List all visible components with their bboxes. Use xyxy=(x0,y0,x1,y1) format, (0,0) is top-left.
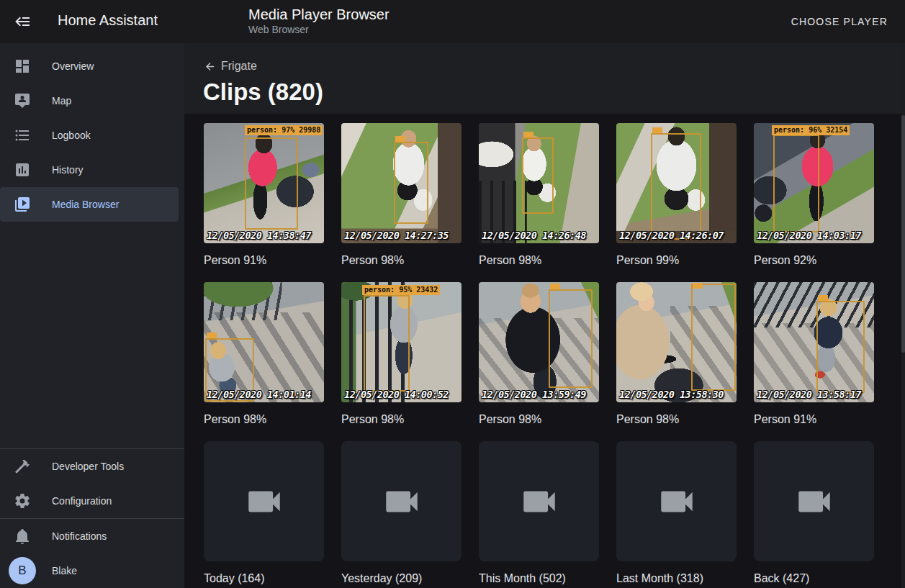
clip-timestamp: 12/05/2020 14:00:52 xyxy=(344,389,449,400)
clip-thumbnail: 12/05/2020 13:58:30 xyxy=(616,282,737,402)
sidebar-item-notifications[interactable]: Notifications xyxy=(0,519,184,553)
sidebar-item-label: Logbook xyxy=(52,130,91,141)
clip-card[interactable]: 12/05/2020 14:26:48 Person 98% xyxy=(479,123,599,268)
clip-caption: Person 91% xyxy=(754,412,874,427)
folder-caption: Back (427) xyxy=(754,571,874,586)
sidebar-item-media-browser[interactable]: Media Browser xyxy=(0,187,179,222)
clip-caption: Person 98% xyxy=(341,412,461,427)
folder-thumbnail xyxy=(204,441,324,561)
clip-card[interactable]: person: 97% 29988 12/05/2020 14:38:47 Pe… xyxy=(204,123,324,268)
clip-thumbnail: person: 96% 32154 12/05/2020 14:03:17 xyxy=(754,123,874,243)
sidebar-item-logbook[interactable]: Logbook xyxy=(0,118,184,153)
sidebar-spacer xyxy=(0,222,184,448)
detection-label xyxy=(207,333,217,338)
sidebar-item-label: Overview xyxy=(52,60,94,72)
clip-timestamp: 12/05/2020 13:58:17 xyxy=(757,389,861,400)
arrow-left-icon xyxy=(204,60,216,73)
folder-thumbnail xyxy=(616,441,737,561)
folder-card-this-month[interactable]: This Month (502) xyxy=(479,441,599,586)
folder-card-back[interactable]: Back (427) xyxy=(754,441,874,586)
detection-label xyxy=(818,295,828,301)
clip-timestamp: 12/05/2020 13:58:30 xyxy=(619,389,724,400)
folder-thumbnail xyxy=(341,441,461,561)
sidebar-item-map[interactable]: Map xyxy=(0,83,184,118)
breadcrumb-back[interactable]: Frigate xyxy=(204,60,257,73)
detection-bounding-box xyxy=(394,142,428,224)
clip-thumbnail: 12/05/2020 13:59:49 xyxy=(479,282,599,402)
sidebar-item-configuration[interactable]: Configuration xyxy=(0,484,184,518)
breadcrumb-label: Frigate xyxy=(221,60,257,73)
chart-box-icon xyxy=(14,161,31,178)
dashboard-icon xyxy=(14,58,31,75)
detection-label xyxy=(693,283,703,289)
clip-card[interactable]: 12/05/2020 13:58:17 Person 91% xyxy=(754,282,874,427)
video-camera-icon xyxy=(243,481,285,523)
gear-icon xyxy=(14,492,31,510)
play-box-multiple-icon xyxy=(14,196,31,213)
detection-bounding-box xyxy=(691,284,736,391)
folder-card-today[interactable]: Today (164) xyxy=(204,441,324,586)
detection-bounding-box xyxy=(549,289,593,388)
clip-caption: Person 98% xyxy=(616,412,737,427)
clip-card[interactable]: 12/05/2020 14:27:35 Person 98% xyxy=(341,123,461,268)
clip-timestamp: 12/05/2020 14:38:47 xyxy=(207,230,311,241)
sidebar-item-developer-tools[interactable]: Developer Tools xyxy=(0,449,184,484)
app-title: Home Assistant xyxy=(58,12,158,29)
detection-bounding-box xyxy=(522,137,554,214)
clip-thumbnail: 12/05/2020 14:27:35 xyxy=(341,123,461,243)
page-title: Media Player Browser xyxy=(248,6,390,23)
clip-card[interactable]: person: 96% 32154 12/05/2020 14:03:17 Pe… xyxy=(754,123,874,268)
list-bulleted-icon xyxy=(14,127,31,144)
clip-card[interactable]: 12/05/2020 13:58:30 Person 98% xyxy=(616,282,737,427)
sidebar-item-history[interactable]: History xyxy=(0,153,184,187)
sidebar-item-label: Configuration xyxy=(52,495,112,507)
video-camera-icon xyxy=(381,481,423,523)
folder-card-yesterday[interactable]: Yesterday (209) xyxy=(341,441,461,586)
hammer-icon xyxy=(14,458,31,475)
clip-thumbnail: 12/05/2020 14:26:48 xyxy=(479,123,599,243)
clip-card[interactable]: 12/05/2020 13:59:49 Person 98% xyxy=(479,282,599,427)
media-grid: person: 97% 29988 12/05/2020 14:38:47 Pe… xyxy=(204,123,874,586)
video-camera-icon xyxy=(656,481,698,523)
video-camera-icon xyxy=(793,481,835,523)
menu-open-icon[interactable] xyxy=(14,13,32,30)
clip-card[interactable]: 12/05/2020 14:26:07 Person 99% xyxy=(616,123,737,268)
detection-bounding-box xyxy=(816,301,865,393)
detection-label: person: 97% 29988 xyxy=(245,125,323,135)
choose-player-button[interactable]: CHOOSE PLAYER xyxy=(785,0,893,43)
user-name: Blake xyxy=(52,565,77,576)
sidebar-item-overview[interactable]: Overview xyxy=(0,49,184,83)
clip-card[interactable]: person: 95% 23432 12/05/2020 14:00:52 Pe… xyxy=(341,282,461,427)
sidebar-item-label: Developer Tools xyxy=(52,461,124,472)
detection-bounding-box xyxy=(651,133,701,240)
video-camera-icon xyxy=(518,481,560,523)
sidebar-item-profile[interactable]: B Blake xyxy=(0,553,184,588)
folder-card-last-month[interactable]: Last Month (318) xyxy=(616,441,737,586)
clip-thumbnail: person: 95% 23432 12/05/2020 14:00:52 xyxy=(341,282,461,402)
sidebar: Overview Map Logbook History Media Brows… xyxy=(0,43,184,588)
detection-bounding-box xyxy=(245,137,298,230)
page-subtitle: Web Browser xyxy=(248,24,309,35)
folder-caption: Today (164) xyxy=(204,571,324,586)
avatar: B xyxy=(9,557,36,584)
folder-caption: Yesterday (209) xyxy=(341,571,461,586)
clip-caption: Person 92% xyxy=(754,253,874,268)
clip-caption: Person 98% xyxy=(479,412,599,427)
clip-thumbnail: 12/05/2020 14:01:14 xyxy=(204,282,324,402)
home-assistant-app: Home Assistant Media Player Browser Web … xyxy=(0,0,905,588)
folder-caption: Last Month (318) xyxy=(616,571,737,586)
clip-timestamp: 12/05/2020 14:01:14 xyxy=(207,389,311,400)
bell-icon xyxy=(14,528,31,545)
clip-thumbnail: 12/05/2020 13:58:17 xyxy=(754,282,874,402)
clip-card[interactable]: 12/05/2020 14:01:14 Person 98% xyxy=(204,282,324,427)
detection-label xyxy=(395,136,405,142)
sidebar-item-label: Notifications xyxy=(52,530,107,542)
detection-label: person: 96% 32154 xyxy=(772,125,850,135)
folder-caption: This Month (502) xyxy=(479,571,599,586)
scrollbar-thumb[interactable] xyxy=(901,115,905,353)
vertical-scrollbar[interactable] xyxy=(901,43,905,588)
clip-timestamp: 12/05/2020 14:26:48 xyxy=(482,230,586,241)
clip-timestamp: 12/05/2020 14:03:17 xyxy=(757,230,861,241)
detection-bounding-box xyxy=(364,295,410,392)
folder-thumbnail xyxy=(479,441,599,561)
